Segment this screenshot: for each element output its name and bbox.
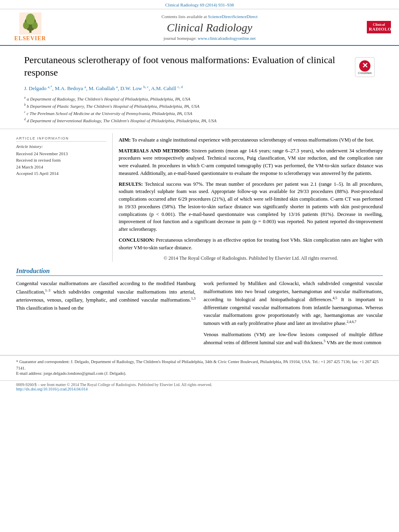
introduction-section: Introduction Congenital vascular malform… — [0, 262, 399, 351]
crossmark-badge[interactable]: ✕ CrossMark — [355, 57, 375, 79]
abstract-copyright: © 2014 The Royal College of Radiologists… — [119, 255, 383, 262]
affiliation-b: b b Department of Plastic Surgery, The C… — [24, 103, 351, 109]
article-main-title: Percutaneous sclerotherapy of foot venou… — [24, 54, 351, 79]
aim-text: To evaluate a single institutional exper… — [132, 137, 374, 143]
results-text: Technical success was 97%. The mean numb… — [119, 181, 383, 232]
journal-header: ELSEVIER Contents lists available at Sci… — [0, 9, 399, 46]
sciencedirect-line: Contents lists available at ScienceDirec… — [60, 14, 359, 19]
introduction-left-col: Congenital vascular malformations are cl… — [16, 280, 195, 347]
intro-right-para1: work performed by Mulliken and Glowacki,… — [204, 280, 383, 328]
affiliation-c: c c The Perelman School of Medicine at t… — [24, 110, 351, 117]
introduction-columns: Congenital vascular malformations are cl… — [16, 280, 383, 347]
conclusion-text: Percutaneous sclerotherapy is an effecti… — [119, 237, 383, 251]
elsevier-logo-area: ELSEVIER — [4, 12, 56, 42]
email-label: E-mail address: — [16, 371, 43, 376]
journal-header-center: Contents lists available at ScienceDirec… — [60, 14, 359, 41]
homepage-url[interactable]: www.clinicalradiologyonline.net — [197, 36, 255, 41]
issn-line: 0009-9260/$ – see front matter © 2014 Th… — [16, 382, 383, 387]
conclusion-label: CONCLUSION: — [119, 237, 154, 243]
journal-top-bar: Clinical Radiology 69 (2014) 931–938 — [0, 0, 399, 9]
abstract-section: ARTICLE INFORMATION Article history: Rec… — [0, 133, 399, 262]
abstract-mm: MATERIALS AND METHODS: Sixteen patients … — [119, 147, 383, 177]
received-date: Received 24 November 2013 — [16, 150, 106, 157]
homepage-label: journal homepage: — [163, 36, 196, 41]
svg-point-5 — [26, 14, 35, 25]
article-info-column: ARTICLE INFORMATION Article history: Rec… — [16, 133, 113, 262]
page-footer: 0009-9260/$ – see front matter © 2014 Th… — [0, 380, 399, 393]
intro-left-para: Congenital vascular malformations are cl… — [16, 280, 195, 312]
sciencedirect-link-text: ScienceDirect — [233, 14, 258, 19]
abstract-conclusion: CONCLUSION: Percutaneous sclerotherapy i… — [119, 236, 383, 252]
affiliation-d: d d Department of Interventional Radiolo… — [24, 117, 351, 124]
authors-text: J. Delgado a,*, M.A. Bedoya a, M. Gaball… — [24, 85, 183, 91]
article-info-label: ARTICLE INFORMATION — [16, 136, 106, 142]
article-title-text: Percutaneous sclerotherapy of foot venou… — [24, 54, 351, 125]
mm-label: MATERIALS AND METHODS: — [119, 148, 190, 154]
email-footnote: E-mail address: jorge.delgado.londono@gm… — [16, 371, 383, 376]
article-history-title: Article history: — [16, 144, 106, 149]
abstract-aim: AIM: To evaluate a single institutional … — [119, 136, 383, 144]
abstract-results: RESULTS: Technical success was 97%. The … — [119, 181, 383, 233]
elsevier-logo: ELSEVIER — [14, 12, 46, 42]
svg-text:✕: ✕ — [362, 62, 368, 70]
journal-title: Clinical Radiology — [60, 21, 359, 34]
cr-logo-box: Clinical RADIOLOGY — [367, 21, 391, 34]
footnote-section: * Guarantor and correspondent: J. Delgad… — [0, 355, 399, 378]
affiliation-a: a a Department of Radiology, The Childre… — [24, 96, 351, 102]
introduction-title: Introduction — [16, 267, 383, 276]
article-title-section: Percutaneous sclerotherapy of foot venou… — [0, 46, 399, 129]
doi-link[interactable]: http://dx.doi.org/10.1016/j.crad.2014.04… — [16, 387, 383, 391]
elsevier-tree-icon — [19, 12, 41, 35]
cr-logo-radiology: RADIOLOGY — [369, 27, 389, 32]
email-address: jorge.delgado.londono@gmail.com (J. Delg… — [43, 371, 126, 376]
journal-citation: Clinical Radiology 69 (2014) 931–938 — [165, 2, 234, 7]
abstract-text-column: AIM: To evaluate a single institutional … — [113, 133, 383, 262]
results-label: RESULTS: — [119, 181, 143, 187]
sciencedirect-link[interactable]: ScienceDirect — [208, 14, 233, 19]
revised-label: Received in revised form — [16, 157, 106, 164]
sciencedirect-prefix: Contents lists available at — [162, 14, 207, 19]
revised-date: 24 March 2014 — [16, 164, 106, 170]
cr-logo-text: Clinical — [369, 23, 389, 27]
article-authors: J. Delgado a,*, M.A. Bedoya a, M. Gaball… — [24, 84, 351, 91]
introduction-right-col: work performed by Mulliken and Glowacki,… — [204, 280, 383, 347]
aim-label: AIM: — [119, 137, 131, 143]
journal-homepage: journal homepage: www.clinicalradiologyo… — [60, 36, 359, 41]
crossmark-icon: ✕ CrossMark — [355, 57, 375, 77]
svg-text:CrossMark: CrossMark — [358, 72, 372, 74]
cr-logo-area: Clinical RADIOLOGY — [363, 21, 395, 34]
accepted-date: Accepted 15 April 2014 — [16, 170, 106, 177]
intro-right-para2: Venous malformations (VM) are low-flow l… — [204, 331, 383, 347]
guarantor-note: * Guarantor and correspondent: J. Delgad… — [16, 359, 383, 372]
elsevier-wordmark: ELSEVIER — [14, 35, 46, 42]
